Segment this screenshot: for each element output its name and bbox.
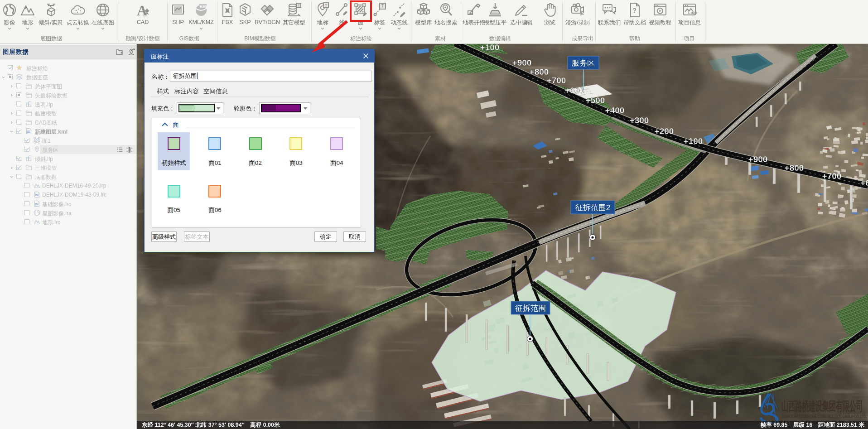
svg-text:LRC: LRC	[36, 203, 40, 205]
svg-text:服务区: 服务区	[572, 59, 595, 67]
svg-text:帧率 69.85 层级 16 距地面 2183.51 米: 帧率 69.85 层级 16 距地面 2183.51 米	[761, 422, 865, 428]
svg-text:+800: +800	[785, 163, 804, 173]
svg-text:东经 112° 46′ 45.30″ 北纬 37° 53′: 东经 112° 46′ 45.30″ 北纬 37° 53′ 08.94″ 高程 …	[141, 422, 280, 428]
svg-text:征拆范围2: 征拆范围2	[575, 203, 610, 212]
svg-text:+500: +500	[586, 96, 605, 105]
svg-text:山西路桥建设集团有限公司: 山西路桥建设集团有限公司	[781, 399, 863, 413]
svg-text:Logo: Logo	[688, 10, 697, 15]
svg-text:征拆范围: 征拆范围	[515, 304, 546, 313]
svg-text:KML: KML	[28, 130, 32, 133]
svg-text:+100: +100	[684, 136, 703, 146]
svg-text:+900: +900	[748, 154, 768, 164]
svg-text:+700: +700	[822, 171, 842, 181]
svg-text:T: T	[325, 3, 328, 8]
svg-text:T: T	[381, 4, 384, 9]
svg-text:SHANXI ROAD&BRIDGE CONSTRUCTIO: SHANXI ROAD&BRIDGE CONSTRUCTION GROUP CO…	[782, 414, 867, 419]
svg-text:T: T	[298, 4, 300, 8]
svg-text:+700: +700	[547, 76, 566, 85]
svg-text:+400: +400	[605, 106, 625, 115]
svg-text:+6: +6	[860, 178, 868, 188]
svg-text:+800: +800	[530, 67, 549, 77]
svg-text:?: ?	[632, 6, 637, 14]
svg-text:+900: +900	[512, 58, 532, 67]
svg-text:KML: KML	[200, 5, 208, 9]
svg-text:+300: +300	[630, 116, 649, 125]
svg-text:+100: +100	[480, 43, 500, 52]
svg-text:+200: +200	[655, 126, 674, 136]
svg-text:LRC: LRC	[36, 194, 40, 196]
svg-text:+600: +600	[565, 86, 584, 95]
